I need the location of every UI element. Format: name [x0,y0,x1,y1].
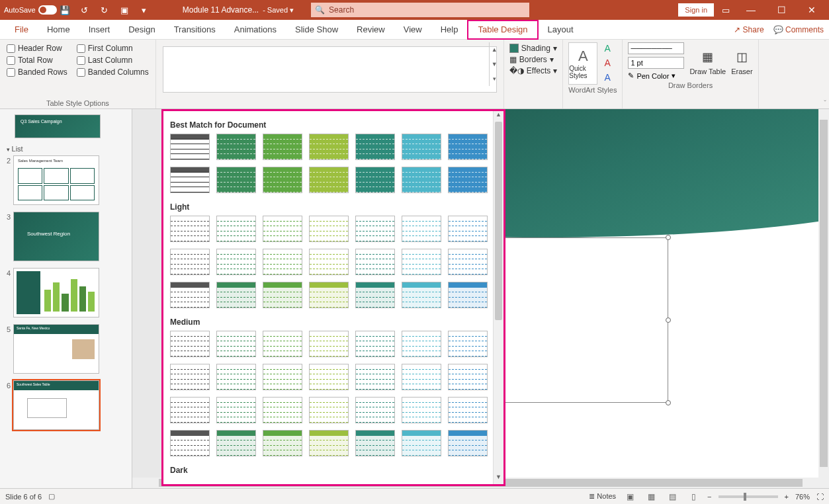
view-reading-icon[interactable]: ▤ [665,491,679,503]
table-style-item[interactable] [448,282,488,308]
maximize-button[interactable]: ☐ [768,5,795,15]
slide-counter[interactable]: Slide 6 of 6 [5,493,42,501]
table-style-item[interactable] [216,167,256,193]
table-style-item[interactable] [402,216,441,242]
autosave[interactable]: AutoSave On [4,5,53,15]
table-style-item[interactable] [309,134,349,160]
tab-design[interactable]: Design [119,20,164,40]
from-beginning-icon[interactable]: ▣ [116,2,132,18]
table-style-item[interactable] [309,430,349,456]
chk-total-row[interactable]: Total Row [7,56,67,65]
table-style-item[interactable] [170,430,210,456]
tab-file[interactable]: File [5,20,38,40]
zoom-in-button[interactable]: + [785,493,789,501]
table-style-item[interactable] [355,167,395,193]
close-button[interactable]: ✕ [799,5,825,15]
view-slideshow-icon[interactable]: ▯ [686,491,701,503]
table-style-item[interactable] [309,249,349,275]
share-button[interactable]: ↗ Share [734,25,764,34]
table-style-item[interactable] [448,249,488,275]
gallery-scroll-thumb[interactable] [495,122,502,320]
table-style-item[interactable] [263,167,302,193]
table-style-item[interactable] [309,282,349,308]
text-fill-icon[interactable]: A [601,43,613,55]
table-style-item[interactable] [309,364,349,390]
chk-last-column[interactable]: Last Column [77,56,149,65]
table-style-item[interactable] [309,331,349,357]
table-style-item[interactable] [309,397,349,423]
search-box[interactable]: 🔍 Search [311,3,529,17]
handle-tr[interactable] [666,235,671,240]
signin-button[interactable]: Sign in [678,3,714,17]
tab-layout[interactable]: Layout [539,20,583,40]
tab-home[interactable]: Home [38,20,79,40]
table-style-item[interactable] [263,134,302,160]
table-style-item[interactable] [355,282,395,308]
tab-slideshow[interactable]: Slide Show [286,20,347,40]
table-style-item[interactable] [170,331,210,357]
table-style-item[interactable] [448,397,488,423]
table-style-item[interactable] [355,216,395,242]
accessibility-icon[interactable]: ▢ [48,492,55,501]
table-style-item[interactable] [448,430,488,456]
table-styles-gallery-preview[interactable]: ▲ ▼ ▾ [163,46,497,93]
table-style-item[interactable] [170,364,210,390]
thumb-section-cover[interactable]: Q3 Sales Campaign [15,114,101,138]
expand-icon[interactable]: ▾ [490,71,500,86]
table-style-item[interactable] [448,167,488,193]
table-style-item[interactable] [355,430,395,456]
table-style-item[interactable] [263,397,302,423]
effects-button[interactable]: �◑Effects ▾ [509,66,557,75]
table-style-item[interactable] [402,331,441,357]
tab-table-design[interactable]: Table Design [467,20,538,40]
text-outline-icon[interactable]: A [601,58,613,69]
eraser-button[interactable]: ◫Eraser [731,48,752,75]
table-style-item[interactable] [216,397,256,423]
table-style-item[interactable] [170,249,210,275]
view-normal-icon[interactable]: ▣ [623,491,637,503]
pen-color-button[interactable]: ✎Pen Color ▾ [628,71,684,80]
table-style-item[interactable] [263,430,302,456]
thumb-slide-5[interactable]: Santa Fe, New Mexico [13,324,99,374]
table-style-item[interactable] [170,282,210,308]
table-style-item[interactable] [402,134,441,160]
chk-banded-columns[interactable]: Banded Columns [77,67,149,77]
table-style-item[interactable] [402,397,441,423]
scroll-down-icon[interactable]: ▼ [490,57,500,71]
thumb-slide-3[interactable]: Southwest Region [13,212,99,261]
saved-state[interactable]: - Saved ▾ [263,6,294,15]
table-style-item[interactable] [263,282,302,308]
tab-transitions[interactable]: Transitions [165,20,225,40]
table-style-item[interactable] [216,430,256,456]
gallery-scroll-down-icon[interactable]: ▼ [494,474,503,484]
pen-style-select[interactable]: ──────── [628,42,684,54]
shading-button[interactable]: Shading ▾ [509,44,557,53]
thumb-slide-4[interactable] [13,268,99,317]
table-styles-more-button[interactable]: ▲ ▼ ▾ [489,42,500,86]
undo-icon[interactable]: ↺ [77,2,93,18]
notes-button[interactable]: ≣ Notes [589,492,616,501]
table-style-item[interactable] [355,249,395,275]
table-style-item[interactable] [355,331,395,357]
table-style-item[interactable] [170,216,210,242]
fit-to-window-icon[interactable]: ⛶ [816,493,824,501]
vscrollbar[interactable] [818,109,829,478]
view-sorter-icon[interactable]: ▦ [644,491,658,503]
table-style-item[interactable] [448,134,488,160]
tab-animations[interactable]: Animations [225,20,286,40]
tab-review[interactable]: Review [347,20,394,40]
table-style-item[interactable] [263,216,302,242]
document-name[interactable]: Module 11 Advance... [183,5,259,15]
qat-more-icon[interactable]: ▾ [136,2,152,18]
table-style-item[interactable] [355,364,395,390]
slide-thumbnails[interactable]: Q3 Sales Campaign List 2 Sales Managemen… [0,109,132,488]
table-style-item[interactable] [216,282,256,308]
gallery-scrollbar[interactable]: ▲ ▼ [493,111,503,484]
handle-mr[interactable] [666,317,671,323]
tab-help[interactable]: Help [431,20,468,40]
table-style-item[interactable] [216,134,256,160]
draw-table-button[interactable]: ▦Draw Table [689,48,726,75]
save-icon[interactable]: 💾 [57,2,73,18]
table-style-item[interactable] [216,216,256,242]
minimize-button[interactable]: — [738,5,764,15]
